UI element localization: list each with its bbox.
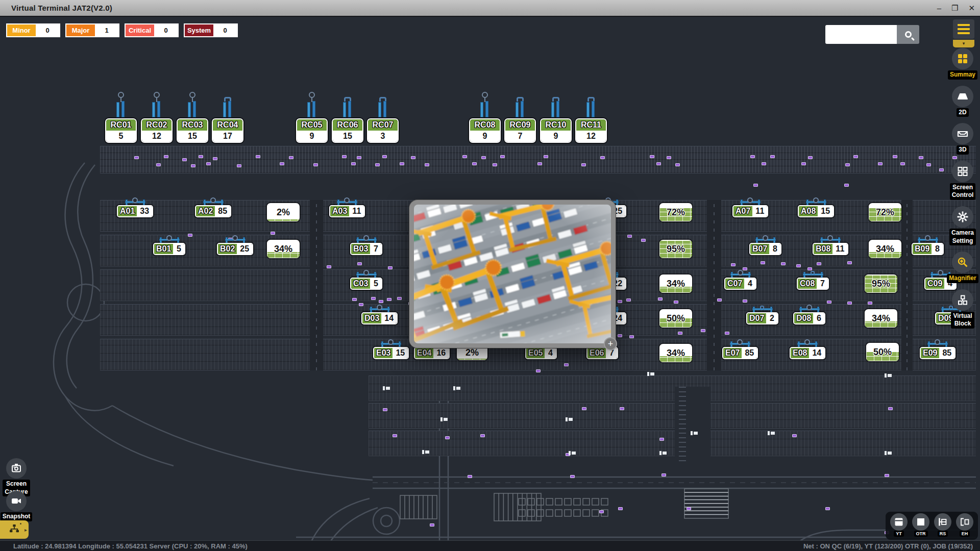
container-dot [701,329,705,332]
maximize-button[interactable]: ❐ [951,4,958,12]
container-dot [618,334,622,337]
container-dot [371,297,376,300]
yard-block-b09[interactable]: B098 [912,235,944,255]
yard-block-a03[interactable]: A0311 [329,197,365,217]
occupancy-badge[interactable]: 50% [866,343,899,361]
occupancy-badge[interactable]: 2% [267,203,300,221]
yard-block-e08[interactable]: E0814 [790,339,825,359]
tree-panel-tab[interactable]: ▸ [0,520,29,539]
alarm-badge-minor[interactable]: Minor0 [6,23,60,37]
yard-block-a02[interactable]: A0285 [195,197,231,217]
sidebar-item-camera-setting[interactable]: Camera Setting [949,206,976,245]
yard-crane-icon [752,305,773,313]
sidebar-item-virtual-block[interactable]: Virtual Block [951,289,974,329]
yard-block-b01[interactable]: B015 [153,235,185,255]
search-input[interactable] [825,25,897,44]
rc-crane-rc06[interactable]: RC0615 [332,93,363,143]
quay-crane-icon [478,93,492,118]
rc-crane-rc09[interactable]: RC097 [504,93,536,143]
yard-block-d08[interactable]: D086 [793,305,825,324]
occupancy-badge[interactable]: 95% [659,240,692,258]
rc-crane-rc02[interactable]: RC0212 [141,93,173,143]
yard-truck-icon [440,417,448,421]
alarm-badge-major[interactable]: Major1 [65,23,119,37]
rc-crane-label: RC0615 [332,118,363,143]
occupancy-badge[interactable]: 34% [659,274,692,293]
yard-truck-icon [383,386,390,390]
container-dot [817,262,821,265]
container-dot [544,155,548,158]
sidebar-item-label: Camera Setting [949,229,976,245]
occupancy-badge[interactable]: 72% [869,203,901,221]
container-dot [667,156,671,159]
container-dot [801,162,806,165]
occupancy-badge[interactable]: 72% [659,203,692,221]
sidebar-item-3d[interactable]: 3D [952,123,973,155]
yard-block-a01[interactable]: A0133 [117,197,153,217]
rc-crane-rc01[interactable]: RC015 [105,93,137,143]
occupancy-badge[interactable]: 95% [865,274,897,293]
yard-block-d07[interactable]: D072 [746,305,778,324]
sidebar-item-screen-control[interactable]: Screen Control [950,161,976,200]
yard-block-b02[interactable]: B0225 [217,235,253,255]
menu-collapse-tab[interactable]: ▾ [953,40,974,47]
sidebar-item-label: Summay [948,70,977,80]
equipment-toggle-rs[interactable]: RS [934,513,951,537]
yard-block-b03[interactable]: B037 [350,235,382,255]
yard-crane-icon [799,305,820,313]
occupancy-badge[interactable]: 34% [659,344,692,362]
close-button[interactable]: ✕ [968,4,975,12]
yard-crane-icon [755,235,776,243]
yard-block-a08[interactable]: A0815 [798,197,834,217]
occupancy-badge[interactable]: 34% [865,309,897,328]
rc-crane-rc11[interactable]: RC1112 [575,93,607,143]
yard-block-b08[interactable]: B0811 [813,235,848,255]
yard-block-d03[interactable]: D0314 [361,305,398,324]
rc-crane-rc10[interactable]: RC109 [540,93,572,143]
yard-block-e03[interactable]: E0315 [373,339,409,359]
occupancy-badge[interactable]: 34% [267,240,300,258]
rc-crane-rc08[interactable]: RC089 [469,93,501,143]
rc-crane-rc04[interactable]: RC0417 [212,93,243,143]
search-button[interactable] [897,25,919,44]
popup-zoom-plus-button[interactable]: + [604,337,617,350]
yard-block-c08[interactable]: C087 [797,270,829,290]
screen-control-icon [952,161,973,182]
tool-snapshot[interactable]: Snapshot [0,491,33,521]
container-dot [885,474,889,477]
yard-block-a07[interactable]: A0711 [732,197,768,217]
sidebar-item-label: Magnifier [947,274,978,283]
container-dot [658,297,663,300]
yard-strip [369,403,976,429]
minimize-button[interactable]: – [937,4,941,12]
menu-hamburger-button[interactable] [953,19,974,39]
equipment-toggle-eh[interactable]: EH [956,513,973,537]
alarm-badge-critical[interactable]: Critical0 [125,23,179,37]
container-dot [825,507,830,510]
quay-crane-icon [150,93,163,118]
yard-crane-icon [225,235,246,243]
yard-block-c07[interactable]: C074 [724,270,756,290]
rc-crane-rc07[interactable]: RC073 [367,93,399,143]
occupancy-badge[interactable]: 50% [659,309,692,328]
rc-crane-count: 3 [368,131,398,142]
yard-block-e07[interactable]: E0785 [722,339,758,359]
yard-crane-icon [356,235,377,243]
rc-crane-rc03[interactable]: RC0315 [177,93,208,143]
yard-block-c03[interactable]: C035 [350,270,382,290]
yard-block-label: B015 [153,243,185,255]
equipment-toggle-yt[interactable]: YT [890,513,908,537]
sidebar-item-label: Screen Control [950,183,976,200]
sidebar-item-magnifier[interactable]: Magnifier [947,252,978,283]
occupancy-badge[interactable]: 34% [869,240,901,258]
sidebar-item-2d[interactable]: 2D [952,86,973,117]
sidebar-item-summay[interactable]: Summay [948,48,977,80]
equipment-toggle-otr[interactable]: OTR [912,513,929,537]
rc-crane-rc05[interactable]: RC059 [296,93,328,143]
yard-block-e09[interactable]: E0985 [920,339,955,359]
yard-block-count: 11 [349,206,364,216]
camera-preview-popup[interactable]: + [409,200,616,348]
yard-block-b07[interactable]: B078 [749,235,781,255]
container-dot [375,163,380,166]
alarm-badge-system[interactable]: System0 [184,23,238,37]
